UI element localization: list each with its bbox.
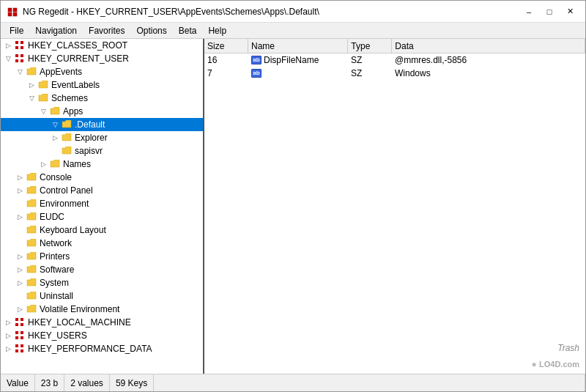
status-size: 23 b <box>35 374 64 391</box>
label-uninstall: Uninstall <box>40 291 73 301</box>
svg-rect-12 <box>15 318 18 321</box>
label-console: Console <box>40 172 72 182</box>
tree-item-hkpd[interactable]: ▷ HKEY_PERFORMANCE_DATA <box>1 342 203 355</box>
label-default: .Default <box>75 119 105 130</box>
tree-item-keyboardlayout[interactable]: Keyboard Layout <box>1 223 203 237</box>
statusbar: Value 23 b 2 values 59 Keys <box>1 374 585 391</box>
label-apps: Apps <box>63 106 83 117</box>
svg-rect-15 <box>21 323 23 326</box>
header-size[interactable]: Size <box>204 39 248 53</box>
tree-item-default[interactable]: ▽ .Default <box>1 118 203 131</box>
expand-printers[interactable]: ▷ <box>14 251 26 262</box>
tree-item-schemes[interactable]: ▽ Schemes <box>1 92 203 105</box>
expand-appevents[interactable]: ▽ <box>14 66 26 78</box>
label-printers: Printers <box>40 251 70 262</box>
expand-explorer[interactable]: ▷ <box>49 132 61 144</box>
tree-item-hkcu[interactable]: ▽ HKEY_CURRENT_USER <box>1 52 203 65</box>
label-software: Software <box>40 265 74 275</box>
expand-console[interactable]: ▷ <box>14 171 26 183</box>
tree-item-names[interactable]: ▷ Names <box>1 158 203 171</box>
menu-favorites[interactable]: Favorites <box>83 24 130 37</box>
expand-hkcu[interactable]: ▽ <box>2 53 14 64</box>
expand-eventlabels[interactable]: ▷ <box>26 79 37 91</box>
menu-help[interactable]: Help <box>202 24 232 37</box>
expand-system[interactable]: ▷ <box>14 277 26 289</box>
titlebar: NG Regedit - HKEY_CURRENT_USER\AppEvents… <box>1 1 585 23</box>
svg-rect-20 <box>15 344 18 347</box>
svg-rect-5 <box>21 41 23 44</box>
hive-icon-hkcr <box>14 40 26 51</box>
expand-controlpanel[interactable]: ▷ <box>14 185 26 196</box>
expand-hkcr[interactable]: ▷ <box>2 40 14 51</box>
svg-rect-18 <box>15 336 18 339</box>
folder-icon-explorer <box>61 132 73 144</box>
tree-item-controlpanel[interactable]: ▷ Control Panel <box>1 184 203 197</box>
list-item[interactable]: 16 ab DispFileName SZ @mmres.dll,-5856 <box>204 53 585 67</box>
close-button[interactable]: ✕ <box>560 4 579 19</box>
tree-item-console[interactable]: ▷ Console <box>1 171 203 184</box>
tree-item-hku[interactable]: ▷ HKEY_USERS <box>1 329 203 342</box>
tree-item-hklm[interactable]: ▷ HKEY_LOCAL_MACHINE <box>1 316 203 329</box>
menu-navigation[interactable]: Navigation <box>29 24 83 37</box>
folder-icon-apps <box>49 106 61 117</box>
cell-type-1: SZ <box>348 55 392 65</box>
label-hkpd: HKEY_PERFORMANCE_DATA <box>28 344 152 354</box>
menu-file[interactable]: File <box>4 24 29 37</box>
expand-hkpd[interactable]: ▷ <box>2 343 14 355</box>
svg-rect-23 <box>21 350 23 352</box>
tree-item-software[interactable]: ▷ Software <box>1 263 203 276</box>
folder-icon-network <box>26 237 37 249</box>
label-schemes: Schemes <box>51 93 88 103</box>
expand-eudc[interactable]: ▷ <box>14 211 26 223</box>
maximize-button[interactable]: □ <box>540 4 559 19</box>
expand-hklm[interactable]: ▷ <box>2 317 14 328</box>
expand-default[interactable]: ▽ <box>49 119 61 130</box>
tree-item-volatileenv[interactable]: ▷ Volatile Environment <box>1 303 203 316</box>
header-name[interactable]: Name <box>248 39 348 53</box>
tree-item-explorer[interactable]: ▷ Explorer <box>1 131 203 144</box>
tree-item-printers[interactable]: ▷ Printers <box>1 250 203 263</box>
menu-options[interactable]: Options <box>130 24 172 37</box>
menu-beta[interactable]: Beta <box>173 24 203 37</box>
expand-names[interactable]: ▷ <box>37 158 49 170</box>
svg-rect-0 <box>8 8 12 12</box>
list-item[interactable]: 7 ab SZ Windows <box>204 67 585 80</box>
header-data[interactable]: Data <box>392 39 585 53</box>
label-sapisvr: sapisvr <box>75 146 103 156</box>
folder-icon-environment <box>26 198 37 210</box>
tree-item-network[interactable]: Network <box>1 237 203 250</box>
label-hku: HKEY_USERS <box>28 330 87 341</box>
folder-icon-eventlabels <box>37 79 49 91</box>
list-panel: Size Name Type Data 16 ab DispFileName S… <box>204 39 585 374</box>
svg-rect-7 <box>21 46 23 49</box>
label-names: Names <box>63 159 91 169</box>
cell-size-2: 7 <box>204 68 248 78</box>
minimize-button[interactable]: – <box>519 4 538 19</box>
svg-rect-16 <box>15 331 18 334</box>
header-type[interactable]: Type <box>348 39 392 53</box>
tree-item-eventlabels[interactable]: ▷ EventLabels <box>1 78 203 92</box>
expand-schemes[interactable]: ▽ <box>26 92 37 104</box>
tree-item-apps[interactable]: ▽ Apps <box>1 105 203 118</box>
tree-item-appevents[interactable]: ▽ AppEvents <box>1 65 203 78</box>
label-network: Network <box>40 238 72 248</box>
svg-rect-1 <box>13 8 17 12</box>
folder-icon-printers <box>26 251 37 262</box>
svg-rect-10 <box>15 59 18 62</box>
tree-item-hkcr[interactable]: ▷ HKEY_CLASSES_ROOT <box>1 39 203 52</box>
expand-software[interactable]: ▷ <box>14 264 26 275</box>
label-environment: Environment <box>40 199 89 209</box>
tree-item-uninstall[interactable]: Uninstall <box>1 289 203 303</box>
tree-item-sapisvr[interactable]: sapisvr <box>1 144 203 158</box>
svg-rect-13 <box>21 318 23 321</box>
tree-item-eudc[interactable]: ▷ EUDC <box>1 210 203 223</box>
expand-hku[interactable]: ▷ <box>2 330 14 341</box>
expand-volatileenv[interactable]: ▷ <box>14 303 26 315</box>
tree-panel[interactable]: ▷ HKEY_CLASSES_ROOT ▽ HKEY_CURRENT_USER … <box>1 39 204 374</box>
folder-icon-sapisvr <box>61 145 73 157</box>
expand-apps[interactable]: ▽ <box>37 106 49 117</box>
label-eventlabels: EventLabels <box>51 80 100 90</box>
ab-icon-2: ab <box>251 69 262 78</box>
tree-item-system[interactable]: ▷ System <box>1 276 203 289</box>
tree-item-environment[interactable]: Environment <box>1 197 203 210</box>
